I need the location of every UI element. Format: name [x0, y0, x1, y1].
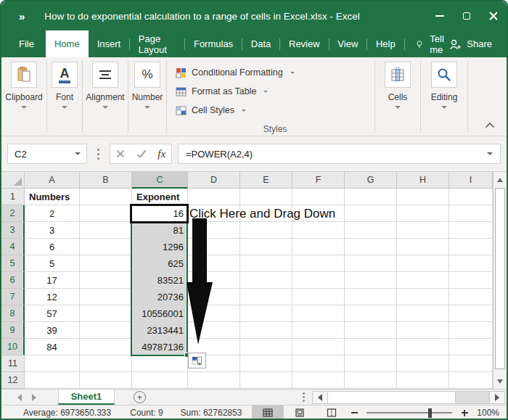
minimize-button[interactable] [426, 1, 453, 30]
chevron-down-icon[interactable] [441, 106, 447, 109]
cell-B7[interactable] [80, 289, 132, 305]
cell-F9[interactable] [292, 322, 345, 339]
enter-check-icon[interactable] [136, 149, 147, 158]
cell-B5[interactable] [80, 255, 132, 272]
cell-I12[interactable] [449, 372, 493, 389]
cell-B1[interactable] [80, 189, 132, 205]
next-sheet-icon[interactable] [32, 394, 36, 401]
zoom-slider-thumb[interactable] [428, 408, 432, 418]
cell-H8[interactable] [397, 305, 449, 322]
font-button[interactable]: A [52, 62, 78, 88]
cell-B12[interactable] [80, 372, 132, 389]
page-break-preview-button[interactable] [316, 405, 348, 420]
cell-I2[interactable] [449, 205, 493, 222]
cell-H12[interactable] [397, 372, 449, 389]
quick-access-toolbar-icon[interactable]: » [19, 10, 25, 22]
editing-button[interactable] [431, 62, 457, 88]
horizontal-scrollbar-thumb[interactable] [328, 392, 456, 403]
close-button[interactable] [480, 1, 507, 30]
tab-help[interactable]: Help [367, 30, 404, 57]
row-header-7[interactable]: 7 [1, 289, 25, 305]
collapse-ribbon-icon[interactable] [485, 122, 495, 128]
cell-E4[interactable] [240, 239, 292, 255]
cell-C8[interactable]: 10556001 [132, 305, 188, 322]
cell-C4[interactable]: 1296 [132, 239, 188, 255]
tab-data[interactable]: Data [242, 30, 279, 57]
cell-E6[interactable] [240, 272, 292, 289]
cell-C5[interactable]: 625 [132, 255, 188, 272]
select-all-button[interactable] [1, 172, 25, 189]
cell-H1[interactable] [397, 189, 449, 205]
row-header-8[interactable]: 8 [1, 305, 25, 322]
cell-I11[interactable] [449, 355, 493, 372]
cell-I7[interactable] [449, 289, 493, 305]
cell-H7[interactable] [397, 289, 449, 305]
vertical-scrollbar-thumb[interactable] [495, 188, 505, 369]
cell-F3[interactable] [292, 222, 345, 239]
conditional-formatting-button[interactable]: Conditional Formatting [176, 63, 295, 82]
cancel-icon[interactable] [116, 149, 125, 158]
new-sheet-button[interactable]: + [134, 391, 146, 403]
cell-C3[interactable]: 81 [132, 222, 188, 239]
zoom-in-button[interactable] [458, 410, 471, 416]
cell-D1[interactable] [188, 189, 240, 205]
row-header-10[interactable]: 10 [1, 339, 25, 355]
cell-I8[interactable] [449, 305, 493, 322]
insert-function-icon[interactable]: fx [157, 148, 165, 160]
chevron-down-icon[interactable] [395, 106, 401, 109]
previous-sheet-icon[interactable] [17, 394, 22, 401]
column-header-C[interactable]: C [132, 172, 188, 189]
cell-H3[interactable] [397, 222, 449, 239]
cell-G6[interactable] [345, 272, 397, 289]
cell-F6[interactable] [292, 272, 345, 289]
cell-A5[interactable]: 5 [25, 255, 80, 272]
scroll-left-button[interactable] [313, 392, 328, 403]
cell-G1[interactable] [345, 189, 397, 205]
cell-H2[interactable] [397, 205, 449, 222]
cell-B6[interactable] [80, 272, 132, 289]
tab-review[interactable]: Review [280, 30, 329, 57]
cell-I6[interactable] [449, 272, 493, 289]
format-as-table-button[interactable]: Format as Table [176, 82, 268, 101]
cell-C12[interactable] [132, 372, 188, 389]
scroll-up-button[interactable] [493, 172, 507, 187]
column-header-F[interactable]: F [292, 172, 345, 189]
cell-I5[interactable] [449, 255, 493, 272]
row-header-12[interactable]: 12 [1, 372, 25, 389]
cell-styles-button[interactable]: Cell Styles [176, 101, 246, 120]
row-header-1[interactable]: 1 [1, 189, 25, 205]
cell-B10[interactable] [80, 339, 132, 355]
cell-I1[interactable] [449, 189, 493, 205]
cell-E3[interactable] [240, 222, 292, 239]
cell-F7[interactable] [292, 289, 345, 305]
vertical-scrollbar[interactable] [493, 172, 507, 389]
cell-C9[interactable]: 2313441 [132, 322, 188, 339]
cell-B4[interactable] [80, 239, 132, 255]
cell-D12[interactable] [188, 372, 240, 389]
cell-A8[interactable]: 57 [25, 305, 80, 322]
cell-F4[interactable] [292, 239, 345, 255]
autofill-options-button[interactable] [188, 353, 206, 368]
chevron-down-icon[interactable] [62, 106, 67, 109]
tab-view[interactable]: View [329, 30, 366, 57]
horizontal-scrollbar[interactable] [312, 391, 505, 404]
sheet-tab-sheet1[interactable]: Sheet1 [58, 390, 115, 405]
cell-G8[interactable] [345, 305, 397, 322]
cell-A7[interactable]: 12 [25, 289, 80, 305]
zoom-slider[interactable] [366, 412, 452, 413]
row-header-3[interactable]: 3 [1, 222, 25, 239]
cell-G7[interactable] [345, 289, 397, 305]
cell-G11[interactable] [345, 355, 397, 372]
row-header-4[interactable]: 4 [1, 239, 25, 255]
cell-C2[interactable]: 16 [132, 205, 188, 222]
cell-E5[interactable] [240, 255, 292, 272]
cell-E7[interactable] [240, 289, 292, 305]
cell-I10[interactable] [449, 339, 493, 355]
name-box[interactable]: C2 [7, 144, 87, 164]
row-header-6[interactable]: 6 [1, 272, 25, 289]
cell-H10[interactable] [397, 339, 449, 355]
cell-B3[interactable] [80, 222, 132, 239]
tab-page-layout[interactable]: Page Layout [130, 30, 184, 57]
name-box-dropdown-icon[interactable] [75, 152, 81, 155]
cell-E1[interactable] [240, 189, 292, 205]
